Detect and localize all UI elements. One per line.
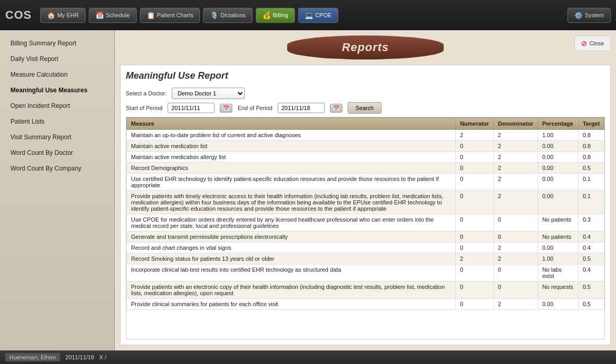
cell-denominator: 2 <box>493 191 538 214</box>
cell-percentage: 0.00 <box>538 299 578 310</box>
sidebar-item-billing-summary[interactable]: Billing Summary Report <box>0 35 114 51</box>
sidebar-item-word-count-company[interactable]: Word Count By Company <box>0 161 114 176</box>
controls-doctor-row: Select a Doctor: Demo Doctor 1 Demo Doct… <box>126 88 605 99</box>
sidebar-item-open-incident[interactable]: Open Incident Report <box>0 98 114 114</box>
table-row: Use certified EHR technology to identify… <box>127 174 605 191</box>
table-row: Maintain active medication allergy list … <box>127 152 605 163</box>
cell-measure: Generate and transmit permissible prescr… <box>127 232 456 242</box>
table-row: Incorporate clinical lab-test results in… <box>127 264 605 282</box>
home-icon: 🏠 <box>47 11 55 19</box>
cpoe-icon: 💻 <box>305 11 313 19</box>
sidebar-item-measure-calc[interactable]: Measure Calculation <box>0 67 114 82</box>
reports-title-bar: Reports <box>287 35 444 59</box>
sidebar-item-patient-lists[interactable]: Patient Lists <box>0 114 114 129</box>
cell-target: 0.5 <box>578 253 605 264</box>
nav-cpoe[interactable]: 💻 CPOE <box>298 8 338 23</box>
close-button[interactable]: ⊘ Close <box>574 35 611 51</box>
bottombar: Hueneman, Efrem 2011/11/18 X / <box>0 350 616 364</box>
nav-my-ehr-label: My EHR <box>57 12 79 18</box>
table-row: Maintain an up-to-date problem list of c… <box>127 130 605 141</box>
cell-numerator: 2 <box>456 253 494 264</box>
start-calendar-button[interactable]: 📅 <box>220 104 232 113</box>
nav-schedule[interactable]: 📅 Schedule <box>89 8 137 23</box>
cell-measure: Provide clinical summaries for patients … <box>127 299 456 310</box>
bottom-user: Hueneman, Efrem <box>5 353 60 361</box>
sidebar-item-visit-summary[interactable]: Visit Summary Report <box>0 129 114 145</box>
cell-percentage: 0.00 <box>538 152 578 163</box>
system-icon: ⚙️ <box>574 11 583 19</box>
cell-numerator: 0 <box>456 152 494 163</box>
col-percentage: Percentage <box>538 118 578 130</box>
cell-measure: Record and chart changes in vital signs <box>127 242 456 253</box>
cell-denominator: 2 <box>493 299 538 310</box>
col-denominator: Denominator <box>493 118 538 130</box>
cell-denominator: 0 <box>493 264 538 282</box>
table-row: Record Smoking status for patients 13 ye… <box>127 253 605 264</box>
measures-table: Measure Numerator Denominator Percentage… <box>126 117 605 310</box>
cell-percentage: 0.00 <box>538 174 578 191</box>
table-row: Maintain active medication list 0 2 0.00… <box>127 141 605 152</box>
start-date-input[interactable] <box>168 103 215 113</box>
cell-target: 0.5 <box>578 299 605 310</box>
nav-dictations[interactable]: 🎙️ Dictations <box>203 8 252 23</box>
sidebar-item-word-count-doctor[interactable]: Word Count By Doctor <box>0 145 114 161</box>
cell-measure: Maintain active medication list <box>127 141 456 152</box>
start-label: Start of Period <box>126 105 162 111</box>
reports-header: Reports ⊘ Close <box>120 35 611 59</box>
col-target: Target <box>578 118 605 130</box>
end-date-input[interactable] <box>278 103 325 113</box>
cell-percentage: No patients <box>538 232 578 242</box>
cell-denominator: 0 <box>493 214 538 232</box>
cell-numerator: 0 <box>456 163 494 174</box>
table-row: Record and chart changes in vital signs … <box>127 242 605 253</box>
nav-my-ehr[interactable]: 🏠 My EHR <box>40 8 86 23</box>
cell-target: 0.4 <box>578 264 605 282</box>
col-numerator: Numerator <box>456 118 494 130</box>
nav-patient-charts[interactable]: 📋 Patient Charts <box>140 8 200 23</box>
cell-target: 0.4 <box>578 242 605 253</box>
schedule-icon: 📅 <box>96 11 104 19</box>
sidebar-item-daily-visit[interactable]: Daily Visit Report <box>0 51 114 67</box>
cell-target: 0.3 <box>578 214 605 232</box>
cell-target: 0.8 <box>578 130 605 141</box>
cell-target: 0.5 <box>578 282 605 299</box>
reports-title: Reports <box>342 41 389 54</box>
cell-percentage: 0.00 <box>538 163 578 174</box>
cell-target: 0.8 <box>578 141 605 152</box>
main-area: Billing Summary Report Daily Visit Repor… <box>0 30 616 350</box>
bottom-slash: X / <box>99 354 106 360</box>
cell-measure: Maintain active medication allergy list <box>127 152 456 163</box>
cos-logo: COS <box>5 8 32 22</box>
cell-numerator: 0 <box>456 282 494 299</box>
nav-schedule-label: Schedule <box>106 12 130 18</box>
cell-percentage: 1.00 <box>538 130 578 141</box>
search-button[interactable]: Search <box>348 102 382 114</box>
cell-denominator: 0 <box>493 282 538 299</box>
cell-numerator: 0 <box>456 264 494 282</box>
nav-billing[interactable]: 💰 Billing <box>256 8 295 23</box>
cell-measure: Use CPOE for medication orders directly … <box>127 214 456 232</box>
cell-percentage: No requests <box>538 282 578 299</box>
cell-target: 0.5 <box>578 163 605 174</box>
report-panel: Reports ⊘ Close Meaningful Use Report Se… <box>115 30 616 350</box>
col-measure: Measure <box>127 118 456 130</box>
doctor-select[interactable]: Demo Doctor 1 Demo Doctor 2 All Doctors <box>172 88 245 99</box>
close-icon: ⊘ <box>581 39 587 47</box>
bottom-date: 2011/11/18 <box>65 354 94 360</box>
cell-denominator: 2 <box>493 130 538 141</box>
cell-numerator: 0 <box>456 299 494 310</box>
sidebar-item-meaningful-use[interactable]: Meaningful Use Measures <box>0 82 114 98</box>
table-row: Record Demographics 0 2 0.00 0.5 <box>127 163 605 174</box>
end-calendar-button[interactable]: 📅 <box>330 104 342 113</box>
cell-numerator: 0 <box>456 191 494 214</box>
nav-system[interactable]: ⚙️ System <box>567 8 611 23</box>
cell-measure: Provide patients with an electronic copy… <box>127 282 456 299</box>
doctor-label: Select a Doctor: <box>126 90 167 96</box>
cell-percentage: No labs exist <box>538 264 578 282</box>
nav-dictations-label: Dictations <box>220 12 245 18</box>
cell-percentage: No patients <box>538 214 578 232</box>
topbar: COS 🏠 My EHR 📅 Schedule 📋 Patient Charts… <box>0 0 616 30</box>
report-title: Meaningful Use Report <box>126 70 605 81</box>
cell-denominator: 0 <box>493 232 538 242</box>
cell-numerator: 0 <box>456 232 494 242</box>
